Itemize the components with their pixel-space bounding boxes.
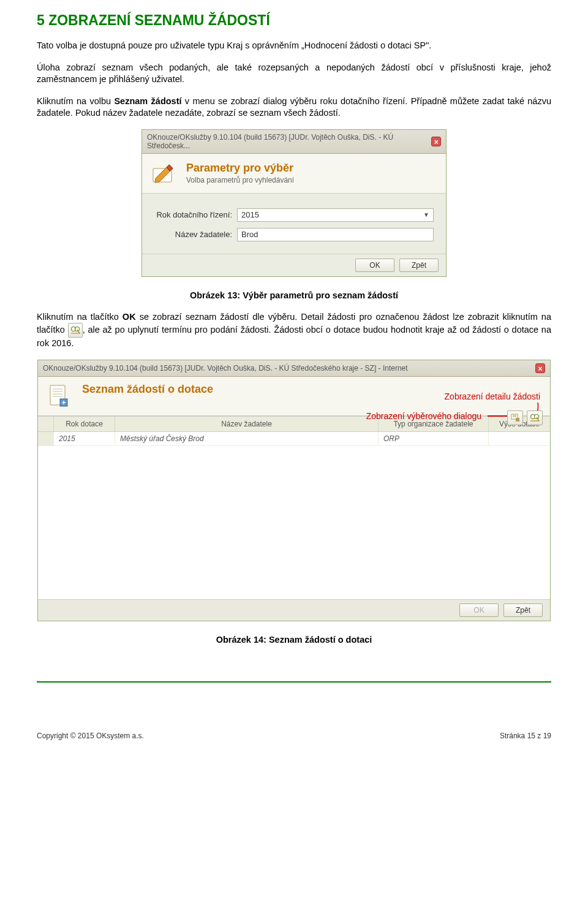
copyright: Copyright © 2015 OKsystem a.s. [37, 732, 144, 740]
toolbar [507, 410, 543, 425]
cell-name: Městský úřad Český Brod [115, 432, 379, 445]
year-select[interactable]: 2015 ▼ [237, 208, 434, 222]
form-row-name: Název žadatele: Brod [154, 228, 434, 241]
detail-button[interactable] [527, 410, 543, 425]
titlebar: OKnouze/OKslužby 9.10.104 (build 15673) … [142, 130, 446, 154]
row-selector [38, 432, 54, 445]
col-name[interactable]: Název žadatele [115, 417, 379, 431]
grid: Rok dotace Název žadatele Typ organizace… [38, 416, 550, 599]
page-number: Stránka 15 z 19 [500, 732, 551, 740]
para-text: , ale až po uplynutí termínu pro podání … [37, 325, 551, 348]
col-year[interactable]: Rok dotace [54, 417, 115, 431]
ok-ref: OK [123, 312, 136, 322]
panel-title: Parametry pro výběr [186, 162, 294, 175]
figure-caption-2: Obrázek 14: Seznam žádostí o dotaci [37, 635, 551, 645]
annotation-dialog: Zobrazení výběrového dialogu [366, 411, 481, 421]
name-label: Název žadatele: [154, 230, 237, 239]
footer-rule [37, 681, 551, 683]
para-after-dialog: Kliknutím na tlačítko OK se zobrazí sezn… [37, 311, 551, 350]
page-footer: Copyright © 2015 OKsystem a.s. Stránka 1… [37, 732, 551, 740]
window-title: OKnouze/OKslužby 9.10.104 (build 15673) … [147, 133, 431, 150]
form-row-year: Rok dotačního řízení: 2015 ▼ [154, 208, 434, 222]
menu-name: Seznam žádostí [114, 96, 181, 106]
filter-button[interactable] [507, 410, 523, 425]
svg-rect-13 [516, 418, 519, 422]
cell-year: 2015 [54, 432, 115, 445]
svg-point-15 [535, 414, 539, 418]
list-dialog: OKnouze/OKslužby 9.10.104 (build 15673) … [37, 360, 551, 621]
window-title: OKnouze/OKslužby 9.10.104 (build 15673) … [43, 364, 408, 373]
year-value: 2015 [241, 210, 259, 219]
close-icon[interactable]: × [535, 363, 545, 373]
panel-body: Rok dotačního řízení: 2015 ▼ Název žadat… [142, 194, 446, 254]
panel-footer: OK Zpět [38, 599, 550, 621]
titlebar: OKnouze/OKslužby 9.10.104 (build 15673) … [38, 360, 550, 377]
grid-empty [38, 446, 550, 599]
para-text: Kliknutím na volbu [37, 96, 114, 106]
ok-button[interactable]: OK [355, 259, 394, 272]
chevron-down-icon: ▼ [423, 211, 429, 218]
para-text: Kliknutím na tlačítko [37, 312, 123, 322]
panel-header: Seznam žádostí o dotace Zobrazení detail… [38, 377, 550, 416]
intro-para-3: Kliknutím na volbu Seznam žádostí v menu… [37, 96, 551, 119]
close-icon[interactable]: × [431, 137, 441, 146]
cell-type: ORP [379, 432, 489, 445]
back-button[interactable]: Zpět [503, 603, 543, 617]
back-button[interactable]: Zpět [399, 259, 439, 272]
params-dialog: OKnouze/OKslužby 9.10.104 (build 15673) … [141, 129, 447, 277]
name-value: Brod [241, 230, 258, 239]
detail-icon [68, 323, 83, 338]
section-heading: 5 ZOBRAZENÍ SEZNAMU ŽÁDOSTÍ [37, 12, 551, 29]
year-label: Rok dotačního řízení: [154, 210, 237, 219]
annotation-detail: Zobrazení detailu žádosti [445, 392, 540, 401]
figure-caption-1: Obrázek 13: Výběr parametrů pro seznam ž… [37, 290, 551, 300]
grid-corner [38, 417, 54, 431]
panel-header: Parametry pro výběr Volba parametrů pro … [142, 154, 446, 194]
panel-title: Seznam žádostí o dotace [82, 383, 213, 396]
pencil-icon [151, 160, 178, 187]
cell-amount [489, 432, 550, 445]
list-icon [47, 383, 74, 412]
ok-button: OK [459, 603, 499, 617]
intro-para-1: Tato volba je dostupná pouze pro uživate… [37, 40, 551, 52]
name-input[interactable]: Brod [237, 228, 434, 241]
table-row[interactable]: 2015 Městský úřad Český Brod ORP [38, 432, 550, 446]
panel-footer: OK Zpět [142, 254, 446, 276]
intro-para-2: Úloha zobrazí seznam všech podaných, ale… [37, 62, 551, 86]
annotation-detail-text: Zobrazení detailu žádosti [445, 392, 540, 401]
panel-subtitle: Volba parametrů pro vyhledávání [186, 176, 294, 184]
